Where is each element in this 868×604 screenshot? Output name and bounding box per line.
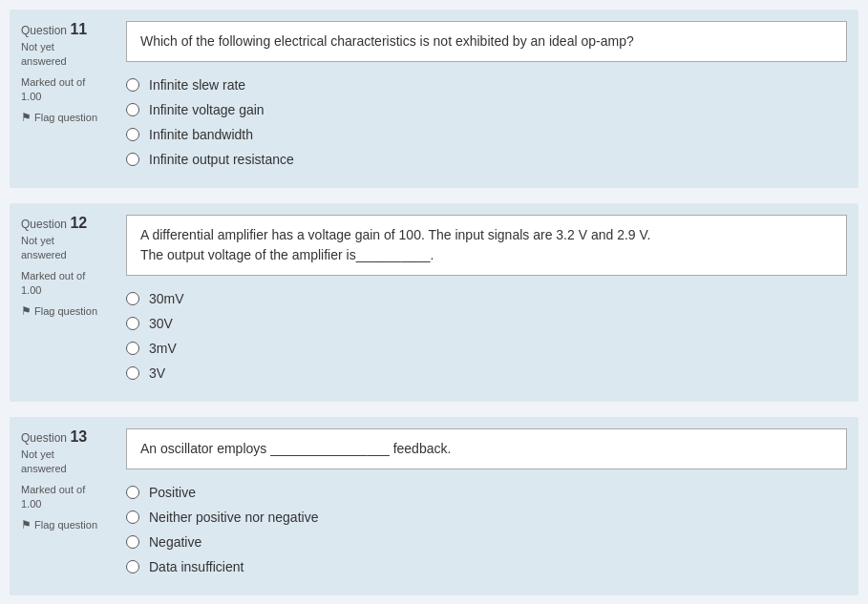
radio-circle-icon — [126, 366, 139, 380]
flag-question-button[interactable]: ⚑Flag question — [21, 304, 116, 318]
option-label: Positive — [149, 485, 196, 500]
question-label: Question — [21, 24, 70, 37]
option-item[interactable]: Infinite bandwidth — [126, 127, 847, 142]
option-label: Data insufficient — [149, 559, 243, 574]
question-label: Question — [21, 218, 70, 231]
option-item[interactable]: 30V — [126, 316, 847, 331]
question-text-box: A differential amplifier has a voltage g… — [126, 215, 847, 276]
option-label: Negative — [149, 534, 201, 550]
question-text-box: Which of the following electrical charac… — [126, 21, 847, 62]
flag-icon: ⚑ — [21, 518, 32, 531]
option-item[interactable]: Infinite slew rate — [126, 77, 847, 93]
radio-circle-icon — [126, 535, 139, 549]
option-item[interactable]: Data insufficient — [126, 559, 847, 574]
option-item[interactable]: Positive — [126, 485, 847, 500]
question-sidebar-11: Question 11Not yetansweredMarked out of1… — [21, 21, 126, 177]
question-marked: Marked out of1.00 — [21, 483, 116, 512]
question-marked: Marked out of1.00 — [21, 269, 116, 299]
page-container: Question 11Not yetansweredMarked out of1… — [0, 0, 868, 604]
question-text-line: A differential amplifier has a voltage g… — [140, 225, 833, 245]
option-label: 3mV — [149, 341, 177, 356]
question-sidebar-13: Question 13Not yetansweredMarked out of1… — [21, 428, 126, 584]
question-content-13: An oscillator employs ________________ f… — [126, 428, 847, 584]
question-status: Not yetanswered — [21, 40, 116, 70]
question-marked: Marked out of1.00 — [21, 75, 116, 105]
radio-circle-icon — [126, 78, 139, 92]
option-item[interactable]: Infinite output resistance — [126, 152, 847, 167]
question-text-box: An oscillator employs ________________ f… — [126, 428, 847, 469]
flag-label: Flag question — [34, 305, 97, 317]
question-status: Not yetanswered — [21, 234, 116, 263]
options-list: 30mV30V3mV3V — [126, 291, 847, 381]
radio-circle-icon — [126, 342, 139, 355]
option-label: Infinite voltage gain — [149, 102, 265, 117]
radio-circle-icon — [126, 153, 139, 166]
option-item[interactable]: Neither positive nor negative — [126, 510, 847, 525]
question-block-13: Question 13Not yetansweredMarked out of1… — [10, 417, 858, 595]
options-list: PositiveNeither positive nor negativeNeg… — [126, 485, 847, 574]
radio-circle-icon — [126, 560, 139, 573]
flag-question-button[interactable]: ⚑Flag question — [21, 518, 116, 531]
radio-circle-icon — [126, 317, 139, 330]
question-number: 11 — [70, 21, 87, 37]
option-label: 30mV — [149, 291, 184, 306]
flag-question-button[interactable]: ⚑Flag question — [21, 111, 116, 124]
flag-icon: ⚑ — [21, 304, 32, 318]
question-label: Question — [21, 431, 70, 445]
option-item[interactable]: Negative — [126, 534, 847, 550]
radio-circle-icon — [126, 128, 139, 141]
question-sidebar-12: Question 12Not yetansweredMarked out of1… — [21, 215, 126, 390]
radio-circle-icon — [126, 292, 139, 305]
option-label: 30V — [149, 316, 173, 331]
question-text-line: An oscillator employs ________________ f… — [140, 439, 833, 459]
option-label: 3V — [149, 365, 165, 381]
question-text-line: Which of the following electrical charac… — [140, 31, 833, 52]
question-content-12: A differential amplifier has a voltage g… — [126, 215, 847, 390]
radio-circle-icon — [126, 103, 139, 116]
question-block-12: Question 12Not yetansweredMarked out of1… — [10, 203, 858, 402]
option-item[interactable]: 3mV — [126, 341, 847, 356]
option-item[interactable]: 3V — [126, 365, 847, 381]
option-label: Infinite output resistance — [149, 152, 294, 167]
flag-icon: ⚑ — [21, 111, 32, 124]
radio-circle-icon — [126, 510, 139, 524]
flag-label: Flag question — [34, 519, 97, 531]
question-number: 12 — [70, 215, 87, 231]
question-status: Not yetanswered — [21, 448, 116, 477]
flag-label: Flag question — [34, 112, 97, 123]
radio-circle-icon — [126, 486, 139, 499]
option-label: Infinite slew rate — [149, 77, 245, 93]
option-item[interactable]: 30mV — [126, 291, 847, 306]
options-list: Infinite slew rateInfinite voltage gainI… — [126, 77, 847, 167]
option-item[interactable]: Infinite voltage gain — [126, 102, 847, 117]
question-number: 13 — [70, 428, 87, 445]
question-text-line: The output voltage of the amplifier is__… — [140, 245, 833, 265]
question-content-11: Which of the following electrical charac… — [126, 21, 847, 177]
option-label: Infinite bandwidth — [149, 127, 253, 142]
option-label: Neither positive nor negative — [149, 510, 318, 525]
question-block-11: Question 11Not yetansweredMarked out of1… — [10, 10, 858, 188]
